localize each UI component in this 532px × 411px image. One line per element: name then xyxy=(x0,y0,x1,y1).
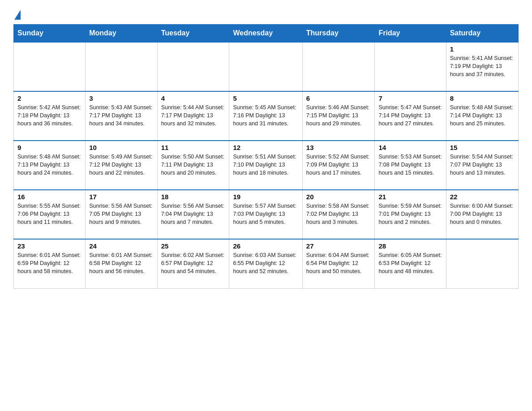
day-info: Sunrise: 5:58 AM Sunset: 7:02 PM Dayligh… xyxy=(306,202,371,226)
day-number: 3 xyxy=(89,94,153,102)
day-info: Sunrise: 5:53 AM Sunset: 7:08 PM Dayligh… xyxy=(378,153,442,177)
day-info: Sunrise: 6:05 AM Sunset: 6:53 PM Dayligh… xyxy=(378,251,442,275)
calendar-day-cell: 8Sunrise: 5:48 AM Sunset: 7:14 PM Daylig… xyxy=(446,91,518,141)
day-number: 23 xyxy=(17,242,82,250)
calendar-day-cell xyxy=(446,239,518,288)
day-number: 1 xyxy=(450,45,515,53)
calendar-day-cell: 12Sunrise: 5:51 AM Sunset: 7:10 PM Dayli… xyxy=(229,141,302,190)
day-of-week-header: Thursday xyxy=(302,25,375,43)
calendar-day-cell: 3Sunrise: 5:43 AM Sunset: 7:17 PM Daylig… xyxy=(86,91,157,141)
day-number: 16 xyxy=(17,193,82,201)
calendar-day-cell: 1Sunrise: 5:41 AM Sunset: 7:19 PM Daylig… xyxy=(446,42,518,91)
day-of-week-header: Sunday xyxy=(14,25,86,43)
calendar-day-cell: 6Sunrise: 5:46 AM Sunset: 7:15 PM Daylig… xyxy=(302,91,375,141)
day-number: 19 xyxy=(233,193,298,201)
calendar-day-cell xyxy=(86,42,157,91)
calendar-day-cell xyxy=(375,42,446,91)
day-number: 7 xyxy=(378,94,442,102)
calendar-day-cell xyxy=(157,42,229,91)
day-info: Sunrise: 5:59 AM Sunset: 7:01 PM Dayligh… xyxy=(378,202,442,226)
calendar-day-cell xyxy=(14,42,86,91)
calendar-day-cell: 7Sunrise: 5:47 AM Sunset: 7:14 PM Daylig… xyxy=(375,91,446,141)
calendar-day-cell xyxy=(229,42,302,91)
calendar-week-row: 16Sunrise: 5:55 AM Sunset: 7:06 PM Dayli… xyxy=(14,190,519,239)
day-info: Sunrise: 5:44 AM Sunset: 7:17 PM Dayligh… xyxy=(161,103,226,128)
calendar-day-cell: 14Sunrise: 5:53 AM Sunset: 7:08 PM Dayli… xyxy=(375,141,446,190)
calendar-day-cell: 25Sunrise: 6:02 AM Sunset: 6:57 PM Dayli… xyxy=(157,239,229,288)
day-number: 9 xyxy=(17,144,82,151)
day-number: 4 xyxy=(161,94,226,102)
day-info: Sunrise: 5:49 AM Sunset: 7:12 PM Dayligh… xyxy=(89,153,153,177)
day-info: Sunrise: 5:42 AM Sunset: 7:18 PM Dayligh… xyxy=(17,103,82,128)
calendar-header: SundayMondayTuesdayWednesdayThursdayFrid… xyxy=(14,25,519,43)
day-info: Sunrise: 5:48 AM Sunset: 7:13 PM Dayligh… xyxy=(17,153,82,177)
day-info: Sunrise: 6:01 AM Sunset: 6:59 PM Dayligh… xyxy=(17,251,82,275)
calendar-week-row: 1Sunrise: 5:41 AM Sunset: 7:19 PM Daylig… xyxy=(14,42,519,91)
calendar-day-cell: 23Sunrise: 6:01 AM Sunset: 6:59 PM Dayli… xyxy=(14,239,86,288)
day-info: Sunrise: 5:46 AM Sunset: 7:15 PM Dayligh… xyxy=(306,103,371,128)
day-number: 22 xyxy=(450,193,515,201)
calendar-week-row: 2Sunrise: 5:42 AM Sunset: 7:18 PM Daylig… xyxy=(14,91,519,141)
calendar-day-cell: 27Sunrise: 6:04 AM Sunset: 6:54 PM Dayli… xyxy=(302,239,375,288)
header-row: SundayMondayTuesdayWednesdayThursdayFrid… xyxy=(14,25,519,43)
day-info: Sunrise: 5:54 AM Sunset: 7:07 PM Dayligh… xyxy=(450,153,515,177)
day-info: Sunrise: 6:04 AM Sunset: 6:54 PM Dayligh… xyxy=(306,251,371,275)
day-info: Sunrise: 5:57 AM Sunset: 7:03 PM Dayligh… xyxy=(233,202,298,226)
day-info: Sunrise: 6:02 AM Sunset: 6:57 PM Dayligh… xyxy=(161,251,226,275)
day-info: Sunrise: 6:03 AM Sunset: 6:55 PM Dayligh… xyxy=(233,251,298,275)
day-info: Sunrise: 5:52 AM Sunset: 7:09 PM Dayligh… xyxy=(306,153,371,177)
day-info: Sunrise: 5:55 AM Sunset: 7:06 PM Dayligh… xyxy=(17,202,82,226)
day-number: 27 xyxy=(306,242,371,250)
day-number: 5 xyxy=(233,94,298,102)
day-info: Sunrise: 5:51 AM Sunset: 7:10 PM Dayligh… xyxy=(233,153,298,177)
calendar-day-cell: 10Sunrise: 5:49 AM Sunset: 7:12 PM Dayli… xyxy=(86,141,157,190)
day-number: 24 xyxy=(89,242,153,250)
logo-triangle-icon xyxy=(14,10,21,20)
calendar-week-row: 23Sunrise: 6:01 AM Sunset: 6:59 PM Dayli… xyxy=(14,239,519,288)
calendar-day-cell: 26Sunrise: 6:03 AM Sunset: 6:55 PM Dayli… xyxy=(229,239,302,288)
day-of-week-header: Wednesday xyxy=(229,25,302,43)
calendar-day-cell: 19Sunrise: 5:57 AM Sunset: 7:03 PM Dayli… xyxy=(229,190,302,239)
day-of-week-header: Friday xyxy=(375,25,446,43)
day-number: 25 xyxy=(161,242,226,250)
page-header xyxy=(13,9,519,20)
calendar-table: SundayMondayTuesdayWednesdayThursdayFrid… xyxy=(13,24,519,289)
calendar-day-cell: 22Sunrise: 6:00 AM Sunset: 7:00 PM Dayli… xyxy=(446,190,518,239)
calendar-day-cell: 24Sunrise: 6:01 AM Sunset: 6:58 PM Dayli… xyxy=(86,239,157,288)
calendar-day-cell xyxy=(302,42,375,91)
day-of-week-header: Saturday xyxy=(446,25,518,43)
day-number: 18 xyxy=(161,193,226,201)
calendar-day-cell: 18Sunrise: 5:56 AM Sunset: 7:04 PM Dayli… xyxy=(157,190,229,239)
calendar-day-cell: 28Sunrise: 6:05 AM Sunset: 6:53 PM Dayli… xyxy=(375,239,446,288)
day-number: 11 xyxy=(161,144,226,151)
day-info: Sunrise: 5:56 AM Sunset: 7:04 PM Dayligh… xyxy=(161,202,226,226)
day-of-week-header: Tuesday xyxy=(157,25,229,43)
day-info: Sunrise: 5:45 AM Sunset: 7:16 PM Dayligh… xyxy=(233,103,298,128)
day-number: 20 xyxy=(306,193,371,201)
calendar-day-cell: 16Sunrise: 5:55 AM Sunset: 7:06 PM Dayli… xyxy=(14,190,86,239)
day-info: Sunrise: 6:01 AM Sunset: 6:58 PM Dayligh… xyxy=(89,251,153,275)
day-number: 8 xyxy=(450,94,515,102)
day-number: 26 xyxy=(233,242,298,250)
day-info: Sunrise: 6:00 AM Sunset: 7:00 PM Dayligh… xyxy=(450,202,515,226)
day-info: Sunrise: 5:48 AM Sunset: 7:14 PM Dayligh… xyxy=(450,103,515,128)
calendar-day-cell: 2Sunrise: 5:42 AM Sunset: 7:18 PM Daylig… xyxy=(14,91,86,141)
day-info: Sunrise: 5:56 AM Sunset: 7:05 PM Dayligh… xyxy=(89,202,153,226)
calendar-day-cell: 13Sunrise: 5:52 AM Sunset: 7:09 PM Dayli… xyxy=(302,141,375,190)
day-number: 2 xyxy=(17,94,82,102)
calendar-day-cell: 15Sunrise: 5:54 AM Sunset: 7:07 PM Dayli… xyxy=(446,141,518,190)
day-number: 13 xyxy=(306,144,371,151)
calendar-day-cell: 17Sunrise: 5:56 AM Sunset: 7:05 PM Dayli… xyxy=(86,190,157,239)
calendar-day-cell: 5Sunrise: 5:45 AM Sunset: 7:16 PM Daylig… xyxy=(229,91,302,141)
calendar-body: 1Sunrise: 5:41 AM Sunset: 7:19 PM Daylig… xyxy=(14,42,519,288)
day-of-week-header: Monday xyxy=(86,25,157,43)
calendar-day-cell: 11Sunrise: 5:50 AM Sunset: 7:11 PM Dayli… xyxy=(157,141,229,190)
day-info: Sunrise: 5:50 AM Sunset: 7:11 PM Dayligh… xyxy=(161,153,226,177)
day-number: 28 xyxy=(378,242,442,250)
calendar-day-cell: 4Sunrise: 5:44 AM Sunset: 7:17 PM Daylig… xyxy=(157,91,229,141)
day-number: 10 xyxy=(89,144,153,151)
calendar-day-cell: 20Sunrise: 5:58 AM Sunset: 7:02 PM Dayli… xyxy=(302,190,375,239)
day-info: Sunrise: 5:41 AM Sunset: 7:19 PM Dayligh… xyxy=(450,54,515,78)
day-number: 17 xyxy=(89,193,153,201)
calendar-week-row: 9Sunrise: 5:48 AM Sunset: 7:13 PM Daylig… xyxy=(14,141,519,190)
